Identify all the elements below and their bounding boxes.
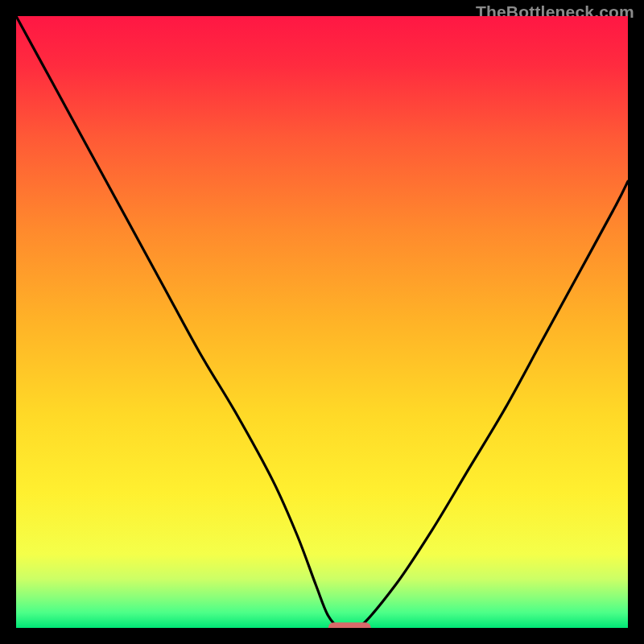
optimal-range-marker xyxy=(328,622,371,628)
chart-frame: TheBottleneck.com xyxy=(0,0,644,644)
gradient-background xyxy=(16,16,628,628)
plot-area xyxy=(16,16,628,628)
chart-svg xyxy=(16,16,628,628)
